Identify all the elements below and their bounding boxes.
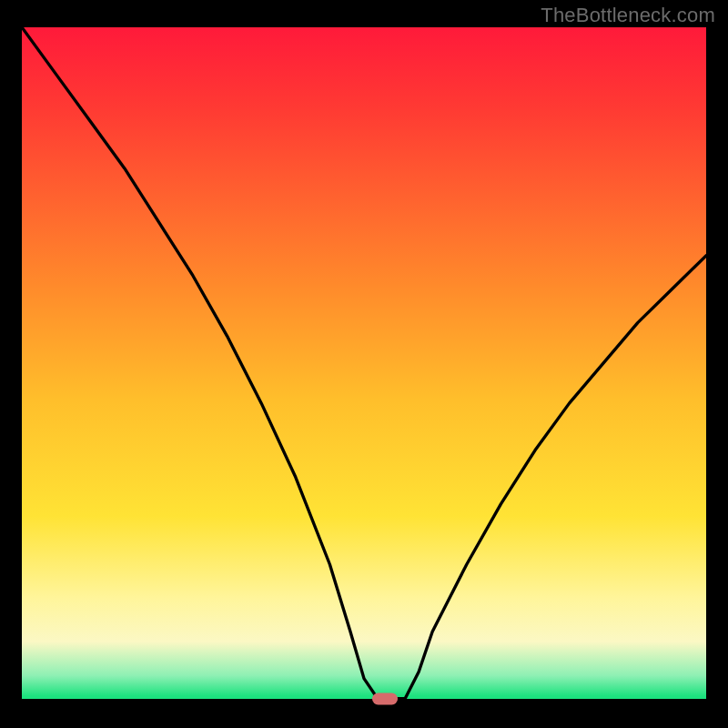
watermark-text: TheBottleneck.com bbox=[541, 4, 715, 27]
chart-container: TheBottleneck.com bbox=[0, 0, 728, 728]
minimum-marker bbox=[372, 693, 398, 704]
bottleneck-curve bbox=[22, 27, 706, 706]
plot-frame bbox=[22, 27, 706, 706]
plot-area bbox=[22, 27, 706, 706]
